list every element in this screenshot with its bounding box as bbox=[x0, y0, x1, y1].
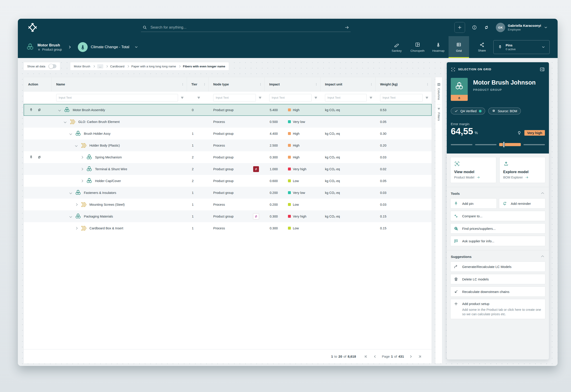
collapse-panel-icon[interactable] bbox=[540, 67, 545, 72]
model-card[interactable]: View model Product Model bbox=[450, 157, 496, 183]
pin-icon[interactable] bbox=[29, 155, 33, 159]
node-name: Holder Body (Plastic) bbox=[89, 144, 120, 147]
model-card[interactable]: Explore model BOM Explorer bbox=[500, 157, 545, 183]
pin-icon[interactable] bbox=[29, 108, 33, 112]
status-badge[interactable]: Source: BOM bbox=[488, 108, 521, 115]
share-button[interactable]: Share bbox=[478, 42, 486, 52]
column-header-weight[interactable]: Weight (kg) bbox=[376, 77, 432, 91]
expand-chevron-icon[interactable] bbox=[81, 168, 83, 170]
filter-icon[interactable] bbox=[314, 96, 318, 100]
toggle-switch[interactable] bbox=[48, 64, 57, 68]
name-filter-input[interactable] bbox=[56, 94, 178, 102]
expand-chevron-icon[interactable] bbox=[81, 156, 83, 159]
table-row[interactable]: GLO: Carbon Brush Element Process 0.500 … bbox=[24, 116, 432, 128]
table-row[interactable]: Holder Body (Plastic) 1 Process 2.500 Hi… bbox=[24, 139, 432, 151]
current-product[interactable]: Motor Brush Product group bbox=[26, 43, 62, 51]
expand-chevron-icon[interactable] bbox=[58, 109, 61, 111]
sync-icon[interactable] bbox=[37, 155, 42, 159]
expand-chevron-icon[interactable] bbox=[75, 203, 77, 206]
column-header-impact[interactable]: Impact bbox=[265, 77, 321, 91]
tool-button[interactable]: Compare to... bbox=[450, 211, 545, 221]
filter-icon[interactable] bbox=[197, 96, 201, 100]
impact-unit-value: kg CO₂ eq bbox=[321, 179, 376, 183]
breadcrumb-item[interactable]: Fibers with even longer name bbox=[183, 65, 225, 68]
expand-chevron-icon[interactable] bbox=[64, 120, 66, 123]
column-menu-icon[interactable] bbox=[181, 83, 185, 86]
suggestion-button[interactable]: Delete LC models bbox=[450, 274, 545, 284]
tool-button[interactable]: Ask supplier for info... bbox=[450, 236, 545, 246]
column-menu-icon[interactable] bbox=[259, 83, 262, 86]
view-tab[interactable]: Choropeth bbox=[407, 36, 428, 58]
breadcrumb-item[interactable]: Cardboard bbox=[110, 65, 129, 68]
column-header-tier[interactable]: Tier bbox=[187, 77, 209, 91]
column-menu-icon[interactable] bbox=[370, 83, 373, 86]
filter-icon[interactable] bbox=[425, 96, 429, 100]
impact-unit-filter-input[interactable] bbox=[325, 94, 367, 102]
weight-filter-input[interactable] bbox=[380, 94, 423, 102]
previous-page-icon[interactable] bbox=[373, 354, 377, 359]
app-logo-icon[interactable] bbox=[28, 23, 38, 32]
side-tab[interactable]: Filters bbox=[437, 104, 441, 125]
metric-selector[interactable]: Climate Change - Total bbox=[78, 42, 138, 52]
sync-icon[interactable] bbox=[484, 25, 489, 30]
sync-status-badge[interactable] bbox=[253, 166, 259, 172]
error-margin-slider[interactable] bbox=[451, 142, 545, 148]
tool-button[interactable]: Find prices/suppliers... bbox=[450, 223, 545, 233]
expand-chevron-icon[interactable] bbox=[81, 180, 83, 182]
expand-chevron-icon[interactable] bbox=[69, 191, 72, 194]
user-menu[interactable]: GK Gabriella Karacsonyi Employee bbox=[496, 23, 548, 32]
suggestion-button[interactable]: Recalculate downstream chains bbox=[450, 287, 545, 297]
column-header-action[interactable]: Action bbox=[24, 77, 52, 91]
table-row[interactable]: Motor Brush Assembly 0 Product group 5.4… bbox=[24, 104, 432, 116]
table-row[interactable]: Spring Mechanism 2 Product group 0.300 H… bbox=[24, 151, 432, 163]
column-header-impact-unit[interactable]: Impact unit bbox=[321, 77, 376, 91]
tool-button[interactable]: Add pin bbox=[450, 198, 497, 209]
breadcrumb-item[interactable]: Paper with a long long long name bbox=[131, 65, 180, 68]
expand-chevron-icon[interactable] bbox=[75, 144, 77, 146]
status-badge[interactable]: QA Verified bbox=[451, 108, 485, 115]
suggestion-button[interactable]: Generate/Recalculate LC Models bbox=[450, 261, 545, 272]
column-header-name[interactable]: Name bbox=[52, 77, 187, 91]
filter-icon[interactable] bbox=[369, 96, 373, 100]
pins-dropdown[interactable]: Pins 0 active bbox=[493, 40, 550, 54]
view-tab[interactable]: Heatmap bbox=[428, 36, 449, 58]
suggestion-button[interactable]: Add product setup Add some in the Produc… bbox=[450, 299, 545, 319]
expand-chevron-icon[interactable] bbox=[69, 132, 72, 135]
node-type-filter-input[interactable] bbox=[213, 94, 256, 102]
impact-filter-input[interactable] bbox=[269, 94, 312, 102]
last-page-icon[interactable] bbox=[418, 354, 422, 359]
filter-icon[interactable] bbox=[180, 96, 184, 100]
expand-chevron-icon[interactable] bbox=[75, 227, 77, 229]
info-icon[interactable] bbox=[472, 25, 477, 30]
table-row[interactable]: Holder Cap/Cover 2 Product group 0.600 L… bbox=[24, 175, 432, 187]
tool-button[interactable]: Add reminder bbox=[499, 198, 545, 209]
next-page-icon[interactable] bbox=[409, 354, 413, 359]
table-row[interactable]: Terminal & Shunt Wire 2 Product group 1.… bbox=[24, 163, 432, 175]
chevron-up-icon[interactable] bbox=[541, 192, 544, 195]
column-menu-icon[interactable] bbox=[203, 83, 206, 86]
column-menu-icon[interactable] bbox=[426, 83, 429, 86]
expand-chevron-icon[interactable] bbox=[69, 215, 72, 218]
sync-status-badge[interactable] bbox=[253, 214, 259, 219]
view-tab[interactable]: Sankey bbox=[386, 36, 407, 58]
table-row[interactable]: Brush Holder Assy 1 Product group 4.400 … bbox=[24, 128, 432, 139]
view-tab[interactable]: Grid bbox=[449, 36, 469, 58]
table-row[interactable]: Packaging Materials 1 Product group 0.30… bbox=[24, 210, 432, 222]
table-row[interactable]: Cardboard Box & Insert 1 Process 0.300 L… bbox=[24, 222, 432, 234]
column-header-node-type[interactable]: Node type bbox=[209, 77, 265, 91]
column-menu-icon[interactable] bbox=[314, 83, 318, 86]
search-input[interactable] bbox=[150, 25, 341, 30]
search-submit-arrow-icon[interactable] bbox=[344, 25, 349, 30]
filter-icon[interactable] bbox=[258, 96, 262, 100]
show-all-data-toggle[interactable]: Show all data bbox=[23, 62, 60, 71]
slider-handle[interactable] bbox=[503, 142, 505, 148]
table-row[interactable]: Fasteners & Insulators 1 Product group 0… bbox=[24, 187, 432, 199]
chevron-up-icon[interactable] bbox=[541, 255, 544, 258]
sync-icon[interactable] bbox=[37, 108, 42, 112]
breadcrumb-item[interactable]: Motor Brush bbox=[74, 65, 95, 68]
breadcrumb-item[interactable]: ... bbox=[97, 64, 108, 69]
first-page-icon[interactable] bbox=[364, 354, 368, 359]
table-row[interactable]: Mounting Screws (Steel) 1 Process 0.200 … bbox=[24, 199, 432, 210]
add-button[interactable] bbox=[454, 22, 465, 33]
side-tab[interactable]: Columns bbox=[437, 80, 441, 103]
